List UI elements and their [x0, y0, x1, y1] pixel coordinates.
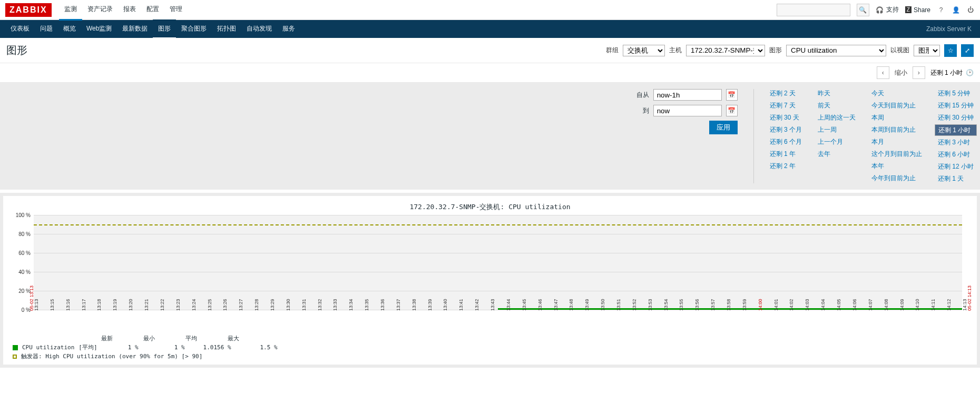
subnav-item[interactable]: 仪表板 — [5, 19, 35, 39]
help-link[interactable]: ? — [937, 6, 945, 14]
preset-link[interactable]: 还剩 6 个月 — [770, 137, 802, 146]
legend-latest: 1 % — [107, 344, 139, 351]
x-tick: 13:20 — [128, 299, 133, 311]
support-link[interactable]: 🎧支持 — [876, 5, 899, 14]
fullscreen-button[interactable]: ⤢ — [961, 44, 974, 57]
subnav-item[interactable]: 问题 — [35, 19, 58, 39]
preset-link[interactable]: 还剩 15 分钟 — [938, 101, 974, 110]
preset-link[interactable]: 还剩 30 分钟 — [938, 113, 974, 122]
topnav-item[interactable]: 报表 — [118, 0, 141, 21]
user-link[interactable]: 👤 — [952, 6, 960, 14]
to-calendar-button[interactable]: 📅 — [726, 105, 738, 116]
preset-link[interactable]: 这个月到目前为止 — [871, 150, 922, 159]
preset-link[interactable]: 今年到目前为止 — [871, 174, 922, 183]
time-current-text: 还剩 1 小时 — [930, 68, 963, 77]
x-tick: 13:49 — [584, 299, 590, 311]
view-select[interactable]: 图形 — [914, 45, 940, 56]
preset-link[interactable]: 还剩 1 小时 — [935, 124, 977, 136]
legend-row-trigger: 触发器: High CPU utilization (over 90% for … — [13, 352, 967, 360]
subnav-item[interactable]: 拓扑图 — [212, 19, 241, 39]
time-prev-button[interactable]: ‹ — [877, 66, 889, 79]
topnav-item[interactable]: 资产记录 — [82, 0, 118, 21]
preset-link[interactable]: 上一周 — [818, 125, 856, 134]
x-tick: 13:27 — [238, 299, 243, 311]
subnav-item[interactable]: 聚合图形 — [176, 19, 212, 39]
subnav-item[interactable]: 概览 — [58, 19, 81, 39]
preset-link[interactable]: 上周的这一天 — [818, 113, 856, 122]
help-icon: ? — [937, 6, 945, 14]
legend-col-max: 最大 — [208, 335, 239, 342]
expand-icon: ⤢ — [965, 47, 970, 54]
from-input[interactable] — [653, 89, 722, 101]
preset-link[interactable]: 还剩 3 小时 — [938, 138, 974, 147]
preset-link[interactable]: 还剩 12 小时 — [938, 162, 974, 171]
graph-title: 172.20.32.7-SNMP-交换机: CPU utilization — [13, 202, 967, 212]
from-calendar-button[interactable]: 📅 — [726, 89, 738, 101]
plot-grid — [34, 215, 962, 310]
preset-link[interactable]: 还剩 30 天 — [770, 113, 802, 122]
x-tick: 14:08 — [884, 299, 889, 311]
subnav-item[interactable]: 服务 — [277, 19, 300, 39]
preset-column: 还剩 2 天还剩 7 天还剩 30 天还剩 3 个月还剩 6 个月还剩 1 年还… — [770, 89, 802, 183]
to-input[interactable] — [653, 105, 722, 116]
preset-link[interactable]: 本周到目前为止 — [871, 125, 922, 134]
page-title: 图形 — [6, 43, 27, 57]
preset-link[interactable]: 还剩 6 小时 — [938, 150, 974, 159]
host-select[interactable]: 172.20.32.7-SNMP-交换机 — [686, 45, 765, 56]
preset-link[interactable]: 还剩 2 年 — [770, 162, 802, 171]
preset-link[interactable]: 今天 — [871, 89, 922, 98]
x-tick: 13:31 — [301, 299, 307, 311]
preset-link[interactable]: 今天到目前为止 — [871, 101, 922, 110]
preset-link[interactable]: 本周 — [871, 113, 922, 122]
topnav-item[interactable]: 监测 — [59, 0, 82, 21]
search-button[interactable]: 🔍 — [857, 4, 869, 16]
legend-avg: 1.0156 % — [200, 344, 231, 351]
preset-link[interactable]: 去年 — [818, 150, 856, 159]
clock-icon: 🕑 — [966, 69, 974, 76]
plot-area: 0 %20 %40 %60 %80 %100 % — [34, 215, 962, 310]
time-next-button[interactable]: › — [913, 66, 925, 79]
topbar: ZABBIX 监测资产记录报表配置管理 🔍 🎧支持 ZShare ? 👤 ⏻ — [0, 0, 980, 20]
share-link[interactable]: ZShare — [905, 6, 930, 14]
graph-label: 图形 — [769, 46, 782, 55]
logout-link[interactable]: ⏻ — [966, 6, 975, 14]
graph-container: 172.20.32.7-SNMP-交换机: CPU utilization 0 … — [0, 193, 980, 368]
sub-nav: 仪表板问题概览Web监测最新数据图形聚合图形拓扑图自动发现服务 — [5, 19, 300, 39]
subnav-item[interactable]: 最新数据 — [117, 19, 153, 39]
subnav-item[interactable]: Web监测 — [81, 19, 117, 39]
legend-name: CPU utilization — [22, 344, 74, 351]
x-tick: 13:32 — [317, 299, 322, 311]
preset-column: 还剩 5 分钟还剩 15 分钟还剩 30 分钟还剩 1 小时还剩 3 小时还剩 … — [938, 89, 974, 183]
graph-select[interactable]: CPU utilization — [786, 45, 886, 56]
preset-link[interactable]: 还剩 3 个月 — [770, 125, 802, 134]
preset-link[interactable]: 还剩 7 天 — [770, 101, 802, 110]
x-tick: 13:26 — [222, 299, 228, 311]
topnav-item[interactable]: 管理 — [164, 0, 188, 21]
subnav-item[interactable]: 自动发现 — [241, 19, 277, 39]
logo: ZABBIX — [5, 3, 52, 17]
apply-button[interactable]: 应用 — [709, 121, 738, 134]
preset-link[interactable]: 还剩 1 天 — [938, 174, 974, 183]
preset-link[interactable]: 上一个月 — [818, 137, 856, 146]
y-tick: 40 % — [18, 269, 31, 275]
search-input[interactable] — [777, 4, 850, 16]
preset-link[interactable]: 本月 — [871, 137, 922, 146]
preset-link[interactable]: 还剩 5 分钟 — [938, 89, 974, 98]
x-tick: 13:22 — [160, 299, 165, 311]
preset-link[interactable]: 昨天 — [818, 89, 856, 98]
preset-link[interactable]: 本年 — [871, 162, 922, 171]
power-icon: ⏻ — [966, 6, 975, 14]
server-label: Zabbix Server K — [926, 25, 975, 33]
chevron-right-icon: › — [918, 69, 920, 76]
x-tick: 13:55 — [679, 299, 684, 311]
preset-link[interactable]: 还剩 2 天 — [770, 89, 802, 98]
subnav-item[interactable]: 图形 — [153, 19, 176, 39]
x-tick: 13:58 — [726, 299, 731, 311]
x-tick: 14:01 — [773, 299, 779, 311]
preset-link[interactable]: 还剩 1 年 — [770, 150, 802, 159]
zoom-out-link[interactable]: 缩小 — [895, 68, 907, 77]
group-select[interactable]: 交换机 — [623, 45, 665, 56]
preset-link[interactable]: 前天 — [818, 101, 856, 110]
topnav-item[interactable]: 配置 — [141, 0, 164, 21]
favorite-button[interactable]: ☆ — [944, 44, 957, 57]
